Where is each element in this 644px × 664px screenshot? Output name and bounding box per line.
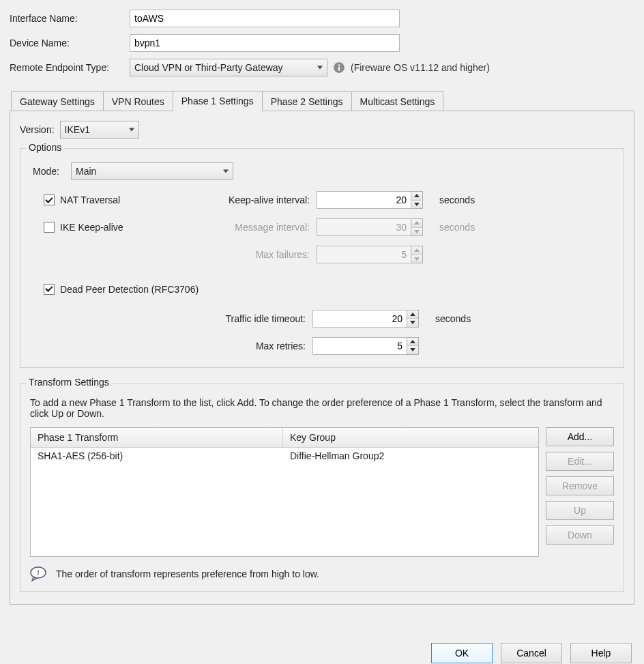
svg-text:i: i	[37, 568, 39, 577]
mode-label: Mode:	[33, 166, 65, 177]
chevron-down-icon	[317, 66, 323, 70]
tab-multicast-settings[interactable]: Multicast Settings	[351, 91, 444, 111]
transform-order-hint: The order of transform represents prefer…	[56, 568, 319, 579]
message-interval-spin	[317, 218, 433, 236]
cancel-button[interactable]: Cancel	[501, 643, 562, 663]
remote-endpoint-dropdown[interactable]: Cloud VPN or Third-Party Gateway	[130, 59, 327, 76]
mode-dropdown[interactable]: Main	[71, 162, 233, 180]
spin-up-icon[interactable]	[411, 192, 422, 201]
add-button[interactable]: Add...	[546, 427, 614, 446]
keepalive-interval-label: Keep-alive interval:	[187, 194, 310, 205]
max-failures-label: Max failures:	[187, 249, 310, 260]
dpd-checkbox[interactable]: Dead Peer Detection (RFC3706)	[44, 284, 199, 295]
check-icon	[45, 195, 53, 203]
max-failures-input	[317, 246, 411, 263]
version-value: IKEv1	[65, 124, 90, 135]
remote-endpoint-label: Remote Endpoint Type:	[10, 62, 130, 73]
transform-help-text: To add a new Phase 1 Transform to the li…	[30, 397, 614, 419]
remove-button: Remove	[546, 476, 614, 495]
transform-row0-c2: Diffie-Hellman Group2	[283, 448, 538, 464]
message-interval-seconds-label: seconds	[439, 222, 611, 233]
remote-endpoint-value: Cloud VPN or Third-Party Gateway	[134, 62, 283, 73]
tab-phase1-settings[interactable]: Phase 1 Settings	[173, 91, 263, 111]
nat-traversal-label: NAT Traversal	[60, 194, 120, 205]
down-button: Down	[546, 525, 614, 545]
traffic-idle-label: Traffic idle timeout:	[44, 313, 306, 324]
tab-gateway-settings[interactable]: Gateway Settings	[11, 91, 104, 111]
max-retries-input[interactable]	[312, 337, 407, 355]
remote-endpoint-hint: (Fireware OS v11.12 and higher)	[351, 62, 490, 73]
ike-keepalive-label: IKE Keep-alive	[60, 222, 123, 233]
traffic-idle-seconds-label: seconds	[435, 313, 611, 324]
transform-row0-c1: SHA1-AES (256-bit)	[31, 448, 283, 464]
interface-name-label: Interface Name:	[10, 13, 130, 24]
spin-down-icon[interactable]	[407, 319, 418, 327]
options-legend: Options	[26, 142, 64, 153]
dpd-label: Dead Peer Detection (RFC3706)	[60, 284, 199, 295]
spin-down-icon	[411, 255, 422, 263]
svg-rect-1	[338, 67, 340, 71]
spin-down-icon[interactable]	[411, 201, 422, 209]
message-interval-input	[317, 218, 411, 236]
version-dropdown[interactable]: IKEv1	[60, 121, 139, 139]
transform-col2-header[interactable]: Key Group	[283, 428, 538, 447]
mode-value: Main	[76, 166, 96, 177]
tab-phase2-settings[interactable]: Phase 2 Settings	[262, 91, 352, 111]
keepalive-interval-input[interactable]	[317, 191, 411, 209]
nat-traversal-checkbox[interactable]: NAT Traversal	[44, 194, 180, 205]
help-button[interactable]: Help	[570, 643, 632, 663]
spin-up-icon	[411, 219, 422, 228]
ok-button[interactable]: OK	[431, 643, 493, 663]
keepalive-seconds-label: seconds	[439, 194, 611, 205]
version-label: Version:	[20, 124, 55, 135]
svg-rect-2	[338, 65, 340, 66]
traffic-idle-input[interactable]	[312, 310, 407, 328]
transform-settings-group: Transform Settings To add a new Phase 1 …	[20, 383, 624, 592]
spin-down-icon	[411, 228, 422, 236]
interface-name-input[interactable]	[130, 10, 400, 27]
chevron-down-icon	[223, 170, 229, 173]
chevron-down-icon	[129, 128, 134, 132]
keepalive-interval-spin[interactable]	[317, 191, 433, 209]
tab-panel-phase1: Version: IKEv1 Options Mode: Main	[10, 111, 634, 605]
traffic-idle-spin[interactable]	[312, 310, 428, 328]
spin-down-icon[interactable]	[407, 346, 418, 354]
spin-up-icon[interactable]	[407, 311, 418, 319]
device-name-label: Device Name:	[10, 38, 130, 48]
table-row[interactable]: SHA1-AES (256-bit) Diffie-Hellman Group2	[31, 448, 538, 464]
info-bubble-icon: i	[30, 566, 48, 581]
tab-vpn-routes[interactable]: VPN Routes	[103, 91, 173, 111]
options-group: Options Mode: Main NAT Traversal Keep-al…	[20, 148, 624, 368]
max-failures-spin	[317, 246, 433, 263]
max-retries-label: Max retries:	[44, 341, 306, 351]
transform-col1-header[interactable]: Phase 1 Transform	[31, 428, 283, 447]
info-icon	[333, 61, 345, 74]
message-interval-label: Message interval:	[187, 222, 310, 233]
spin-up-icon[interactable]	[407, 338, 418, 347]
ike-keepalive-checkbox[interactable]: IKE Keep-alive	[44, 222, 180, 233]
spin-up-icon	[411, 246, 422, 255]
tab-bar: Gateway Settings VPN Routes Phase 1 Sett…	[10, 90, 634, 111]
edit-button: Edit...	[546, 452, 614, 471]
max-retries-spin[interactable]	[312, 337, 428, 355]
transform-table[interactable]: Phase 1 Transform Key Group SHA1-AES (25…	[30, 427, 539, 557]
check-icon	[45, 284, 53, 291]
up-button: Up	[546, 501, 614, 520]
device-name-input[interactable]	[130, 34, 400, 52]
transform-settings-legend: Transform Settings	[26, 377, 112, 388]
